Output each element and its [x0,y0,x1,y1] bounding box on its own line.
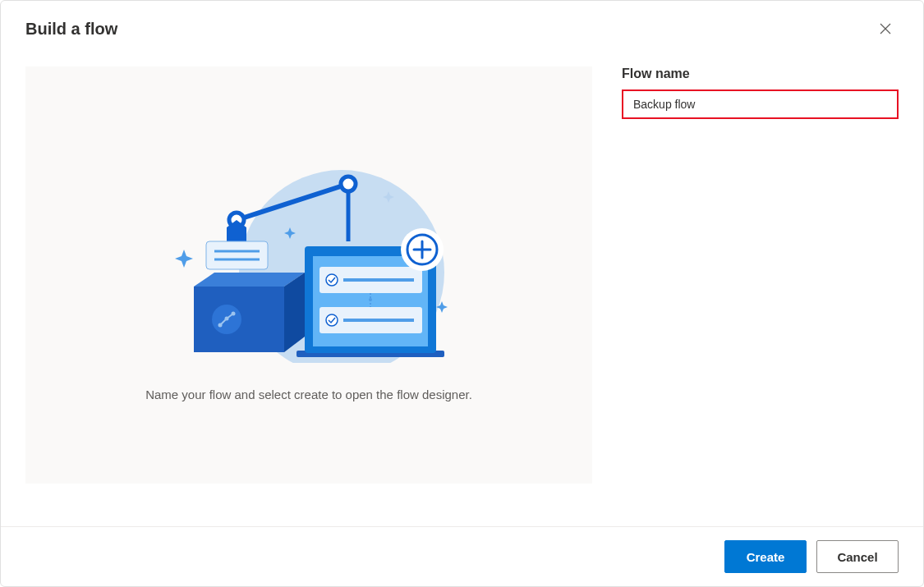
svg-point-8 [225,316,229,320]
flow-name-input[interactable] [622,89,899,119]
svg-rect-14 [206,241,268,269]
form-panel: Flow name [622,66,899,510]
close-icon [880,23,891,34]
dialog-title: Build a flow [25,20,117,39]
svg-point-24 [369,298,372,301]
dialog-content: Name your flow and select create to open… [1,50,923,526]
cancel-button[interactable]: Cancel [816,540,899,573]
svg-point-21 [326,274,338,286]
dialog-footer: Create Cancel [1,526,923,586]
svg-point-9 [232,311,236,315]
close-button[interactable] [872,16,899,42]
illustration-caption: Name your flow and select create to open… [145,388,472,401]
build-flow-dialog: Build a flow [0,0,924,587]
dialog-header: Build a flow [1,1,923,50]
flow-illustration [145,149,473,363]
svg-point-7 [218,323,223,327]
illustration-panel: Name your flow and select create to open… [25,66,592,484]
svg-point-11 [341,177,356,191]
flow-name-label: Flow name [622,66,899,81]
svg-point-26 [326,314,338,326]
create-button[interactable]: Create [724,540,807,573]
